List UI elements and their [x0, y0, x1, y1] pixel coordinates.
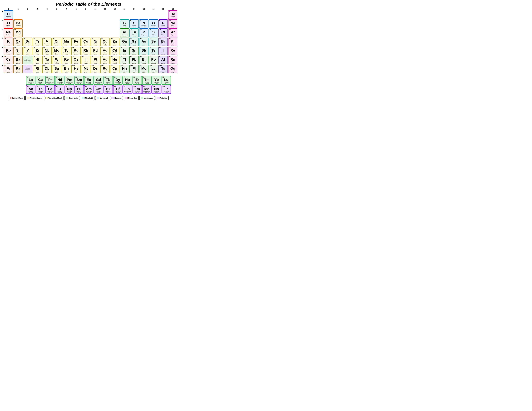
element-Pb[interactable]: 82PbLead207.20 — [129, 56, 139, 64]
element-I[interactable]: 53IIodine126.90 — [159, 47, 168, 55]
element-Rh[interactable]: 45RhRhodium102.91 — [81, 47, 90, 55]
element-Pr[interactable]: 59PrPraseodymium140.91 — [46, 76, 55, 85]
element-Sn[interactable]: 50SnTin118.71 — [129, 47, 139, 55]
element-Og[interactable]: 118OgOganesson[294] — [168, 65, 177, 73]
element-Md[interactable]: 101MdMendelevium258.10 — [142, 85, 152, 94]
element-Si[interactable]: 14SiSilicon28.09 — [129, 28, 139, 37]
element-Fm[interactable]: 100FmFermium257.10 — [133, 85, 142, 94]
element-Mg[interactable]: 12MgMagnesium24.31 — [13, 28, 23, 37]
element-Br[interactable]: 35BrBromine79.90 — [159, 37, 168, 46]
element-Db[interactable]: 105DbDubnium[262] — [42, 65, 52, 73]
element-Be[interactable]: 4BeBeryllium9.01 — [13, 19, 23, 28]
element-Cr[interactable]: 24CrChromium51.99 — [52, 37, 61, 46]
element-Bi[interactable]: 83BiBismuth208.98 — [139, 56, 149, 64]
element-La[interactable]: 57LaLanthanum138.91 — [26, 76, 36, 85]
element-Pu[interactable]: 94PuPlutonium244.06 — [75, 85, 84, 94]
element-Ag[interactable]: 47AgSilver107.87 — [100, 47, 110, 55]
element-Ru[interactable]: 44RuRuthenium101.07 — [71, 47, 81, 55]
element-As[interactable]: 33AsArsenic74.92 — [139, 37, 149, 46]
element-Na[interactable]: 11NaSodium22.99 — [4, 28, 13, 37]
element-Ta[interactable]: 73TaTantalum180.95 — [42, 56, 52, 64]
element-Lv[interactable]: 116LvLivermorium[293] — [149, 65, 158, 73]
element-Gd[interactable]: 64GdGadolinium157.25 — [94, 76, 103, 85]
element-Nb[interactable]: 41NbNiobium92.91 — [42, 47, 52, 55]
element-Xe[interactable]: 54XeXenon131.29 — [168, 47, 177, 55]
element-Th[interactable]: 90ThThorium232.04 — [36, 85, 45, 94]
element-He[interactable]: 2HeHelium4.00 — [168, 10, 177, 19]
element-H[interactable]: 1HHydrogen1.01 — [4, 10, 13, 19]
element-Tb[interactable]: 65TbTerbium158.93 — [104, 76, 113, 85]
element-Eu[interactable]: 63EuEuropium151.96 — [84, 76, 94, 85]
element-Se[interactable]: 34SeSelenium78.97 — [149, 37, 158, 46]
element-V[interactable]: 23VVanadium50.94 — [42, 37, 52, 46]
element-Sr[interactable]: 38SrStrontium87.62 — [13, 47, 23, 55]
element-Cu[interactable]: 29CuCopper63.55 — [100, 37, 110, 46]
element-Sg[interactable]: 106SgSeaborgium[266] — [52, 65, 61, 73]
element-Rg[interactable]: 111RgRoentgenium[280] — [100, 65, 110, 73]
element-O[interactable]: 8OOxygen16.00 — [149, 19, 158, 28]
element-Dy[interactable]: 66DyDysprosium162.50 — [113, 76, 123, 85]
element-Sb[interactable]: 51SbAntimony121.76 — [139, 47, 149, 55]
element-Li[interactable]: 3LiLithium6.94 — [4, 19, 13, 28]
element-Ar[interactable]: 18ArArgon39.95 — [168, 28, 177, 37]
element-Y[interactable]: 39YYttrium88.91 — [23, 47, 32, 55]
element-Yb[interactable]: 70YbYtterbium173.06 — [152, 76, 161, 85]
element-Nd[interactable]: 60NdNeodymium144.24 — [55, 76, 65, 85]
element-Tc[interactable]: 43TcTechnetium98.91 — [62, 47, 71, 55]
element-Ho[interactable]: 67HoHolmium164.93 — [123, 76, 132, 85]
element-Tl[interactable]: 81TlThallium204.38 — [120, 56, 129, 64]
element-Cd[interactable]: 48CdCadmium112.41 — [110, 47, 119, 55]
element-Os[interactable]: 76OsOsmium190.23 — [71, 56, 81, 64]
element-Hf[interactable]: 72HfHafnium178.49 — [33, 56, 42, 64]
element-Kr[interactable]: 36KrKrypton84.80 — [168, 37, 177, 46]
element-Ts[interactable]: 117TsTennessine[294] — [159, 65, 168, 73]
element-Lr[interactable]: 103LrLawrencium[262] — [162, 85, 171, 94]
element-Po[interactable]: 84PoPolonium[208.98] — [149, 56, 158, 64]
element-Er[interactable]: 68ErErbium167.26 — [133, 76, 142, 85]
element-Cn[interactable]: 112CnCopernicium[285] — [110, 65, 119, 73]
element-Zn[interactable]: 30ZnZinc65.38 — [110, 37, 119, 46]
element-Fl[interactable]: 114FlFlerovium[289] — [129, 65, 139, 73]
element-U[interactable]: 92UUranium238.03 — [55, 85, 65, 94]
element-P[interactable]: 15PPhosphorus30.97 — [139, 28, 149, 37]
element-Pm[interactable]: 61PmPromethium144.91 — [65, 76, 74, 85]
element-Ni[interactable]: 28NiNickel58.69 — [91, 37, 100, 46]
element-Ca[interactable]: 20CaCalcium40.08 — [13, 37, 23, 46]
element-Mc[interactable]: 115McMoscovium[289] — [139, 65, 149, 73]
element-Nh[interactable]: 113NhNihonium[286] — [120, 65, 129, 73]
element-Rf[interactable]: 104RfRutherfordium[261] — [33, 65, 42, 73]
element-Am[interactable]: 95AmAmericium243.06 — [84, 85, 94, 94]
element-Pd[interactable]: 46PdPalladium106.42 — [91, 47, 100, 55]
element-Sc[interactable]: 21ScScandium44.96 — [23, 37, 32, 46]
element-Sm[interactable]: 62SmSamarium150.36 — [75, 76, 84, 85]
element-Re[interactable]: 75ReRhenium186.21 — [62, 56, 71, 64]
element-Cm[interactable]: 96CmCurium247.07 — [94, 85, 103, 94]
element-Lu[interactable]: 71LuLutetium174.97 — [162, 76, 171, 85]
element-Pt[interactable]: 78PtPlatinum195.08 — [91, 56, 100, 64]
element-W[interactable]: 74WTungsten183.84 — [52, 56, 61, 64]
element-Rn[interactable]: 86RnRadon222.02 — [168, 56, 177, 64]
element-Rb[interactable]: 37RbRubidium85.47 — [4, 47, 13, 55]
element-Ir[interactable]: 77IrIridium192.22 — [81, 56, 90, 64]
element-C[interactable]: 6CCarbon12.01 — [129, 19, 139, 28]
element-Mn[interactable]: 25MnManganese54.94 — [62, 37, 71, 46]
element-Tm[interactable]: 69TmThulium168.93 — [142, 76, 152, 85]
element-Cf[interactable]: 98CfCalifornium251.08 — [113, 85, 123, 94]
element-Zr[interactable]: 40ZrZirconium91.22 — [33, 47, 42, 55]
element-Ac[interactable]: 89AcActinium227.03 — [26, 85, 36, 94]
element-Fe[interactable]: 26FeIron55.85 — [71, 37, 81, 46]
element-Bk[interactable]: 97BkBerkelium247.07 — [104, 85, 113, 94]
element-Es[interactable]: 99EsEinsteinium[254] — [123, 85, 132, 94]
element-Cs[interactable]: 55CsCesium132.91 — [4, 56, 13, 64]
element-Mo[interactable]: 42MoMolybdenum95.95 — [52, 47, 61, 55]
element-Ga[interactable]: 31GaGallium69.72 — [120, 37, 129, 46]
element-B[interactable]: 5BBoron10.81 — [120, 19, 129, 28]
element-Ra[interactable]: 88RaRadium226.03 — [13, 65, 23, 73]
element-Cl[interactable]: 17ClChlorine35.45 — [159, 28, 168, 37]
element-No[interactable]: 102NoNobelium259.10 — [152, 85, 161, 94]
element-Ti[interactable]: 22TiTitanium47.88 — [33, 37, 42, 46]
element-Mt[interactable]: 109MtMeitnerium[278] — [81, 65, 90, 73]
element-Hs[interactable]: 108HsHassium[269] — [71, 65, 81, 73]
element-Ds[interactable]: 110DsDarmstadtium[281] — [91, 65, 100, 73]
element-Te[interactable]: 52TeTellurium127.6 — [149, 47, 158, 55]
